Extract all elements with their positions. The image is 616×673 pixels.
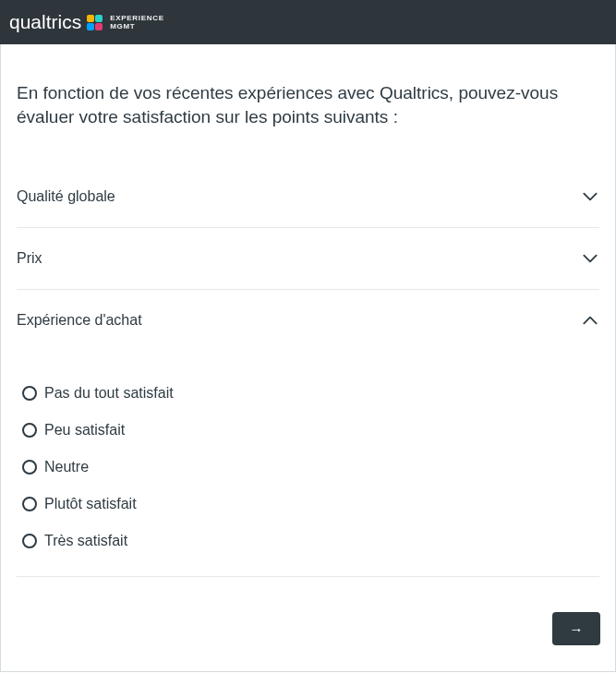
chevron-down-icon [581, 249, 599, 268]
accordion-item-purchase: Expérience d'achat Pas du tout satisfait… [17, 289, 599, 577]
radio-icon [22, 497, 37, 511]
question-text: En fonction de vos récentes expériences … [1, 44, 615, 129]
logo-wordmark: qualtrics [9, 11, 81, 33]
logo-subtitle: EXPERIENCE MGMT [110, 14, 164, 30]
survey-body: En fonction de vos récentes expériences … [0, 44, 616, 672]
arrow-right-icon: → [570, 621, 584, 637]
option-row[interactable]: Très satisfait [22, 523, 594, 559]
radio-icon [22, 460, 37, 475]
chevron-up-icon [581, 311, 599, 330]
accordion-header-purchase[interactable]: Expérience d'achat [17, 290, 599, 351]
accordion-header-quality[interactable]: Qualité globale [17, 166, 599, 227]
accordion-label: Prix [17, 250, 42, 267]
chevron-down-icon [581, 187, 599, 206]
radio-icon [22, 386, 37, 401]
option-row[interactable]: Plutôt satisfait [22, 486, 594, 523]
accordion-header-price[interactable]: Prix [17, 228, 599, 289]
xm-icon [87, 15, 103, 30]
radio-icon [22, 423, 37, 438]
accordion-label: Expérience d'achat [17, 312, 142, 329]
option-row[interactable]: Pas du tout satisfait [22, 375, 594, 412]
option-label: Pas du tout satisfait [44, 385, 174, 402]
scale-options: Pas du tout satisfait Peu satisfait Neut… [17, 351, 599, 576]
option-label: Neutre [44, 459, 89, 475]
app-header: qualtrics EXPERIENCE MGMT [0, 0, 616, 44]
option-label: Plutôt satisfait [44, 496, 137, 512]
brand-logo: qualtrics EXPERIENCE MGMT [9, 11, 164, 33]
option-row[interactable]: Neutre [22, 449, 594, 486]
accordion: Qualité globale Prix Expérience d'achat [1, 129, 615, 577]
radio-icon [22, 534, 37, 548]
option-label: Très satisfait [44, 533, 127, 549]
accordion-item-price: Prix [17, 227, 599, 289]
accordion-label: Qualité globale [17, 188, 115, 205]
option-row[interactable]: Peu satisfait [22, 412, 594, 449]
accordion-item-quality: Qualité globale [17, 166, 599, 227]
next-button[interactable]: → [552, 612, 600, 645]
option-label: Peu satisfait [44, 422, 125, 439]
